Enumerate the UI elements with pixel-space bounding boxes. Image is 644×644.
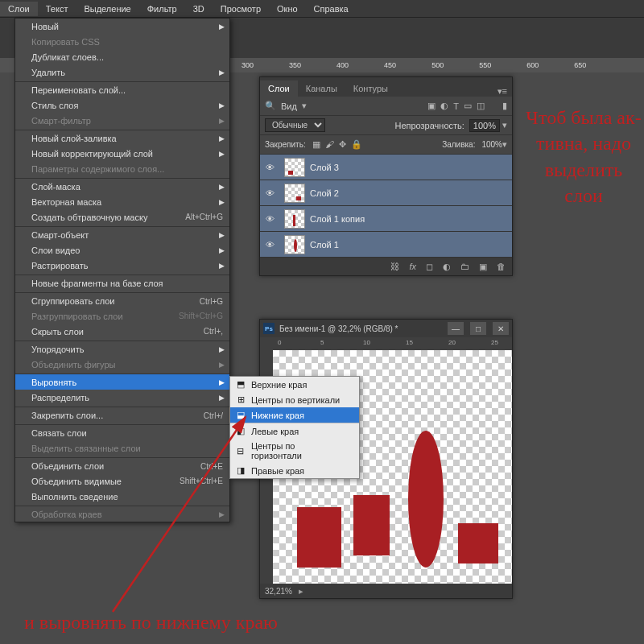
tab-layers[interactable]: Слои (260, 80, 298, 97)
layer-thumbnail[interactable] (284, 184, 305, 203)
menu-item[interactable]: Новый слой-заливка▶ (15, 130, 229, 146)
shortcut-label: Alt+Ctrl+G (185, 213, 223, 221)
new-layer-icon[interactable]: ▣ (479, 262, 487, 272)
shape-ellipse[interactable] (408, 431, 444, 568)
menu-select[interactable]: Выделение (76, 2, 138, 16)
link-layers-icon[interactable]: ⛓ (390, 262, 399, 271)
layer-name[interactable]: Слой 2 (310, 188, 512, 198)
menu-item[interactable]: Закрепить слои...Ctrl+/ (15, 407, 229, 423)
fill-value[interactable]: 100% (481, 140, 502, 149)
menu-item[interactable]: Смарт-объект▶ (15, 226, 229, 242)
layer-row[interactable]: 👁Слой 3 (260, 155, 512, 180)
submenu-item[interactable]: ⬓Нижние края (230, 407, 359, 423)
ruler-tick: 20 (448, 339, 456, 346)
shape-rect-1[interactable] (297, 507, 341, 568)
shape-rect-3[interactable] (458, 523, 498, 564)
lock-all-icon[interactable]: 🔒 (351, 139, 362, 150)
filter-toggle-icon[interactable]: ▮ (502, 101, 507, 111)
layer-row[interactable]: 👁Слой 1 копия (260, 206, 512, 232)
layer-row[interactable]: 👁Слой 2 (260, 180, 512, 206)
tab-paths[interactable]: Контуры (345, 80, 396, 97)
menu-item[interactable]: Объединить слоиCtrl+E (15, 457, 229, 473)
minimize-button[interactable]: — (448, 322, 464, 335)
visibility-eye-icon[interactable]: 👁 (260, 214, 279, 224)
menu-help[interactable]: Справка (306, 2, 357, 16)
zoom-level[interactable]: 32,21% (265, 587, 292, 596)
menu-text[interactable]: Текст (38, 2, 76, 16)
maximize-button[interactable]: □ (470, 322, 486, 335)
menu-item-label: Выполнить сведение (31, 492, 223, 502)
menu-layers[interactable]: Слои (0, 2, 38, 16)
menu-item[interactable]: Упорядочить▶ (15, 341, 229, 357)
menu-item[interactable]: Объединить видимыеShift+Ctrl+E (15, 473, 229, 489)
layer-thumbnail[interactable] (284, 235, 305, 254)
search-icon[interactable]: 🔍 (265, 101, 276, 111)
layer-thumbnail[interactable] (284, 209, 305, 229)
menu-item[interactable]: Слой-маска▶ (15, 178, 229, 194)
menu-item[interactable]: Сгруппировать слоиCtrl+G (15, 292, 229, 308)
menu-window[interactable]: Окно (269, 2, 306, 16)
menu-item[interactable]: Новый корректирующий слой▶ (15, 146, 229, 161)
menu-item[interactable]: Переименовать слой... (15, 81, 229, 97)
filter-adjust-icon[interactable]: ◐ (440, 101, 448, 111)
menu-item[interactable]: Распределить▶ (15, 390, 229, 405)
submenu-item[interactable]: ◧Левые края (230, 423, 359, 439)
menu-item[interactable]: Векторная маска▶ (15, 194, 229, 209)
lock-pixels-icon[interactable]: 🖌 (325, 139, 334, 150)
submenu-item[interactable]: ◨Правые края (230, 463, 359, 478)
lock-transparent-icon[interactable]: ▦ (312, 139, 320, 150)
layer-row[interactable]: 👁Слой 1 (260, 232, 512, 258)
delete-layer-icon[interactable]: 🗑 (497, 262, 506, 271)
menu-item[interactable]: Удалить▶ (15, 64, 229, 80)
layer-name[interactable]: Слой 1 копия (310, 214, 512, 224)
submenu-arrow-icon: ▶ (219, 361, 225, 369)
menu-item[interactable]: Растрировать▶ (15, 258, 229, 273)
menu-item-label: Смарт-фильтр (31, 116, 223, 126)
filter-image-icon[interactable]: ▣ (427, 101, 436, 111)
adjustment-layer-icon[interactable]: ◐ (443, 262, 451, 272)
shape-rect-2[interactable] (353, 495, 390, 555)
menu-item[interactable]: Скрыть слоиCtrl+, (15, 324, 229, 339)
chevron-down-icon[interactable]: ▾ (502, 139, 507, 149)
menu-item[interactable]: Стиль слоя▶ (15, 97, 229, 113)
menu-item[interactable]: Дубликат слоев... (15, 49, 229, 64)
chevron-right-icon[interactable]: ▸ (299, 586, 303, 597)
group-icon[interactable]: 🗀 (460, 262, 469, 271)
menu-item[interactable]: Слои видео▶ (15, 242, 229, 258)
fill-label: Заливка: (442, 140, 475, 149)
lock-position-icon[interactable]: ✥ (339, 139, 346, 150)
close-button[interactable]: ✕ (493, 322, 509, 335)
menu-item[interactable]: Создать обтравочную маскуAlt+Ctrl+G (15, 209, 229, 225)
menu-item[interactable]: Новый▶ (15, 19, 229, 34)
menu-3d[interactable]: 3D (185, 2, 213, 16)
layer-name[interactable]: Слой 1 (310, 240, 512, 250)
filter-smart-icon[interactable]: ◫ (477, 101, 485, 111)
layer-mask-icon[interactable]: ◻ (426, 262, 433, 272)
layer-name[interactable]: Слой 3 (310, 163, 512, 172)
visibility-eye-icon[interactable]: 👁 (260, 163, 279, 172)
layer-style-icon[interactable]: fx (409, 262, 416, 271)
menu-view[interactable]: Просмотр (213, 2, 269, 16)
submenu-arrow-icon: ▶ (219, 198, 225, 206)
filter-text-icon[interactable]: T (453, 101, 459, 111)
chevron-down-icon[interactable]: ▾ (302, 101, 307, 111)
visibility-eye-icon[interactable]: 👁 (260, 188, 279, 198)
opacity-value[interactable]: 100% (469, 119, 500, 132)
submenu-item[interactable]: ⊞Центры по вертикали (230, 392, 359, 407)
menu-filter[interactable]: Фильтр (139, 2, 185, 16)
filter-shape-icon[interactable]: ▭ (464, 101, 472, 111)
tab-channels[interactable]: Каналы (298, 80, 345, 97)
menu-item[interactable]: Выровнять▶ (15, 374, 229, 390)
menu-item[interactable]: Выполнить сведение (15, 489, 229, 504)
menu-item[interactable]: Связать слои (15, 424, 229, 440)
submenu-item[interactable]: ⊟Центры по горизонтали (230, 439, 359, 463)
visibility-eye-icon[interactable]: 👁 (260, 240, 279, 250)
menu-item-label: Новый корректирующий слой (31, 149, 223, 159)
chevron-down-icon[interactable]: ▾ (502, 120, 507, 130)
submenu-item[interactable]: ⬒Верхние края (230, 377, 359, 392)
layer-thumbnail[interactable] (284, 158, 305, 177)
menu-item[interactable]: Новые фрагменты на базе слоя (15, 275, 229, 291)
blend-mode-select[interactable]: Обычные (265, 118, 325, 132)
menu-item-label: Упорядочить (31, 345, 223, 354)
panel-menu-icon[interactable]: ▾≡ (493, 86, 512, 97)
